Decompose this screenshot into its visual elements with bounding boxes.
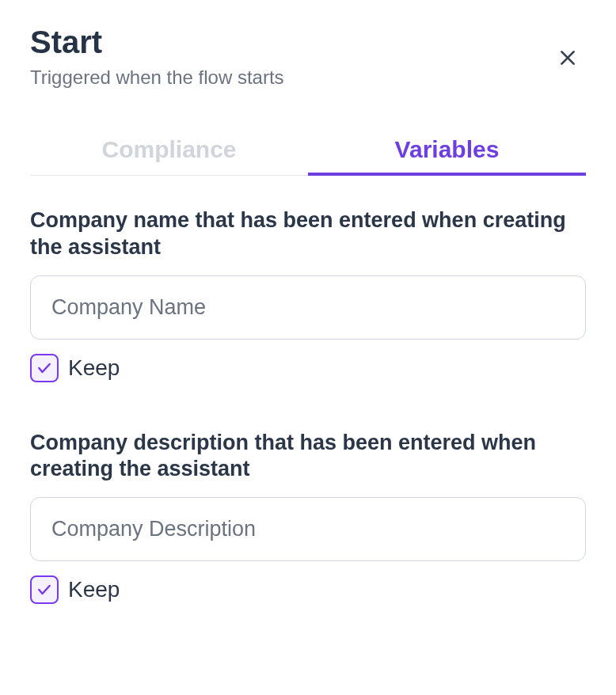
tab-variables[interactable]: Variables (308, 127, 586, 176)
tab-compliance[interactable]: Compliance (30, 127, 308, 176)
page-subtitle: Triggered when the flow starts (30, 66, 284, 89)
keep-label-company-name: Keep (68, 355, 120, 381)
keep-checkbox-company-name[interactable] (30, 354, 59, 382)
keep-label-company-description: Keep (68, 577, 120, 602)
header-text: Start Triggered when the flow starts (30, 24, 284, 89)
start-settings-panel: Start Triggered when the flow starts Com… (0, 0, 616, 675)
tabs: Compliance Variables (30, 127, 586, 176)
field-group-company-name: Company name that has been entered when … (30, 207, 586, 382)
close-icon (557, 47, 578, 68)
company-description-input[interactable] (30, 497, 586, 561)
header-row: Start Triggered when the flow starts (30, 24, 586, 89)
company-name-label: Company name that has been entered when … (30, 207, 586, 261)
field-group-company-description: Company description that has been entere… (30, 430, 586, 605)
keep-row-company-name: Keep (30, 354, 586, 382)
page-title: Start (30, 24, 284, 60)
company-description-label: Company description that has been entere… (30, 430, 586, 484)
company-name-input[interactable] (30, 275, 586, 340)
keep-row-company-description: Keep (30, 575, 586, 604)
variables-content: Company name that has been entered when … (30, 207, 586, 604)
close-button[interactable] (549, 40, 586, 76)
keep-checkbox-company-description[interactable] (30, 575, 59, 604)
check-icon (36, 582, 52, 598)
check-icon (36, 360, 52, 376)
